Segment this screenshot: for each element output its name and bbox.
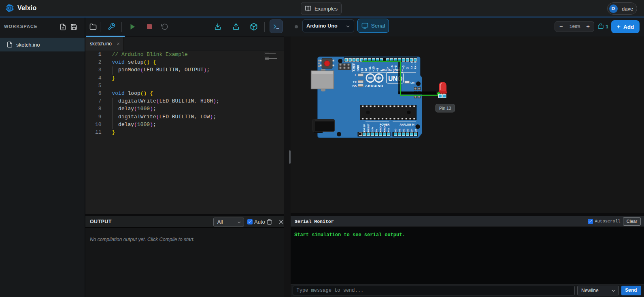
svg-text:13: 13 [360,68,364,71]
svg-text:5V: 5V [375,128,378,132]
svg-text:AREF: AREF [352,63,356,72]
svg-text:GND: GND [383,126,386,132]
svg-text:A5: A5 [414,128,417,132]
svg-text:12: 12 [364,68,368,71]
svg-text:TX→1: TX→1 [410,62,413,69]
svg-text:GND: GND [379,126,382,132]
svg-text:GND: GND [356,64,360,71]
svg-text:A2: A2 [402,128,405,132]
svg-text:RESET: RESET [367,124,370,132]
svg-text:ON: ON [410,81,414,84]
svg-text:A1: A1 [398,128,401,132]
svg-text:L: L [355,73,357,77]
svg-text:RX: RX [353,84,357,88]
svg-text:2: 2 [406,67,409,69]
svg-text:~11: ~11 [368,66,372,71]
svg-text:Vin: Vin [387,128,390,132]
svg-text:~9: ~9 [376,68,379,72]
svg-text:Pin 13: Pin 13 [439,106,451,111]
svg-text:3.3V: 3.3V [371,126,374,132]
svg-text:POWER: POWER [380,123,390,126]
svg-text:A4: A4 [410,128,413,132]
svg-text:RX←0: RX←0 [414,62,417,69]
svg-text:A3: A3 [406,128,409,132]
svg-text:TX: TX [353,80,357,84]
svg-text:ANALOG IN: ANALOG IN [400,123,414,126]
svg-text:~10: ~10 [372,66,375,72]
svg-text:A0: A0 [394,128,397,132]
svg-text:IOREF: IOREF [363,124,366,132]
svg-text:ARDUINO: ARDUINO [365,84,383,88]
